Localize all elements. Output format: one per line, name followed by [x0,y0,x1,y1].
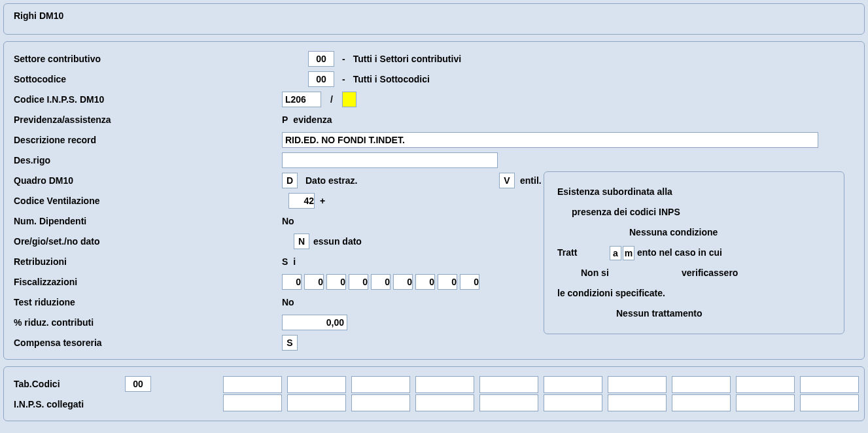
ore-desc: essun dato [313,236,362,247]
side-line7: Nessun trattamento [557,303,831,324]
code-r1-c1[interactable] [287,394,346,411]
code-r0-c2[interactable] [351,376,410,393]
slash: / [330,94,333,105]
code-r1-c3[interactable] [415,394,474,411]
label-desrigo: Des.rigo [14,155,282,165]
plus-icon[interactable]: + [320,196,325,206]
dash: - [342,54,345,64]
code-r0-c3[interactable] [415,376,474,393]
side-line4b: ento nel caso in cui [637,243,722,263]
input-settore-code[interactable] [308,51,334,67]
fisc-4[interactable] [371,274,391,290]
input-ventilazione[interactable] [288,193,315,209]
fisc-1[interactable] [304,274,324,290]
code-r1-c8[interactable] [736,394,795,411]
label-numdip: Num. Dipendenti [14,216,282,226]
code-r0-c0[interactable] [223,376,282,393]
label-retribuzioni: Retribuzioni [14,256,282,267]
settore-desc: Tutti i Settori contributivi [353,54,461,64]
side-panel: Esistenza subordinata alla presenza dei … [544,171,844,334]
fiscalizzazioni-group [282,274,479,290]
code-r1-c9[interactable] [800,394,859,411]
fisc-8[interactable] [460,274,479,290]
label-testrid: Test riduzione [14,297,282,307]
side-line5a: Non si [557,263,682,283]
retribuzioni-desc: i [293,256,296,267]
input-riduz[interactable] [282,315,347,330]
input-compensa[interactable] [282,335,298,351]
bottom-panel: Tab.Codici I.N.P.S. collegati [3,366,865,421]
code-r1-c2[interactable] [351,394,410,411]
input-tab-codici[interactable] [125,376,151,392]
code-r1-c4[interactable] [479,394,538,411]
label-codice-inps: Codice I.N.P.S. DM10 [14,94,282,105]
fisc-7[interactable] [438,274,457,290]
label-ventilazione: Codice Ventilazione [14,196,282,206]
fisc-0[interactable] [282,274,302,290]
label-previdenza: Previdenza/assistenza [14,114,282,125]
tab-codici-label: Tab.Codici [14,379,125,389]
fisc-2[interactable] [326,274,346,290]
quadro-vlabel: entil. [520,175,542,186]
testrid-value: No [282,297,294,307]
main-panel: Settore contributivo - Tutti i Settori c… [3,41,865,360]
numdip-value: No [282,216,294,226]
input-quadro-v[interactable] [499,173,515,188]
label-riduz: % riduz. contributi [14,317,282,328]
label-quadro: Quadro DM10 [14,175,282,186]
code-r0-c9[interactable] [800,376,859,393]
code-r0-c8[interactable] [736,376,795,393]
input-sottocodice-code[interactable] [308,71,334,87]
side-line4a: Tratt [557,243,608,263]
label-settore: Settore contributivo [14,54,282,64]
retribuzioni-code: S [282,256,288,267]
label-descrizione: Descrizione record [14,135,282,145]
code-r0-c6[interactable] [608,376,667,393]
code-r0-c4[interactable] [479,376,538,393]
dash: - [342,74,345,84]
fisc-5[interactable] [393,274,413,290]
code-r0-c1[interactable] [287,376,346,393]
input-quadro-d[interactable] [282,173,298,188]
input-descrizione[interactable] [282,132,818,148]
input-codice-inps[interactable] [282,92,321,107]
side-code2[interactable] [623,246,634,260]
label-compensa: Compensa tesoreria [14,338,282,348]
code-r1-c5[interactable] [544,394,602,411]
page-title: Righi DM10 [14,10,854,27]
side-line2: presenza dei codici INPS [557,202,831,222]
sottocodice-desc: Tutti i Sottocodici [353,74,430,84]
label-fiscalizzazioni: Fiscalizzazioni [14,277,282,287]
quadro-dlabel: Dato estraz. [305,175,495,186]
fisc-3[interactable] [349,274,368,290]
side-line6: le condizioni specificate. [557,283,831,303]
code-r1-c6[interactable] [608,394,667,411]
side-line5b: verificassero [682,263,738,283]
input-desrigo[interactable] [282,152,498,168]
label-ore: Ore/gio/set./no dato [14,236,282,247]
input-ore-code[interactable] [294,234,309,249]
code-r1-c7[interactable] [672,394,731,411]
previdenza-desc: evidenza [293,114,332,125]
side-line1: Esistenza subordinata alla [557,182,831,202]
input-codice-inps-suffix[interactable] [342,92,356,107]
code-r1-c0[interactable] [223,394,282,411]
label-sottocodice: Sottocodice [14,74,282,84]
header-panel: Righi DM10 [3,3,865,35]
previdenza-code: P [282,114,288,125]
code-r0-c7[interactable] [672,376,731,393]
inps-collegati-label: I.N.P.S. collegati [14,399,84,409]
side-line3: Nessuna condizione [557,222,831,243]
side-code1[interactable] [610,246,621,260]
code-r0-c5[interactable] [544,376,602,393]
fisc-6[interactable] [415,274,435,290]
codes-grid [223,375,859,413]
